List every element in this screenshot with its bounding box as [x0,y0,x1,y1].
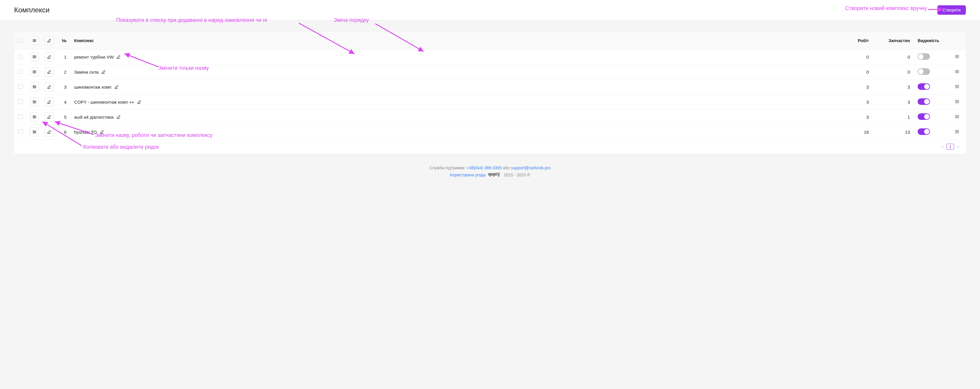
col-header-visibility: Видимість [913,32,948,49]
annotation-create-manual: Створити новий комплекс вручну [845,5,927,11]
row-name-text: шиномонтаж комп [74,84,111,89]
row-drag-handle[interactable] [955,84,959,89]
row-rename-button[interactable] [116,55,121,59]
page-prev[interactable]: < [940,144,945,150]
menu-icon [32,70,37,74]
pencil-icon [115,85,119,89]
row-rename-button[interactable] [102,70,106,74]
row-edit-button[interactable] [45,83,54,91]
drag-icon [955,129,959,134]
complexes-table: № Комплекс Робіт Запчастин Видимість 1 [14,32,966,140]
row-name-text: ремонт турбіни VW [74,54,114,59]
col-header-complex: Комплекс [71,32,830,49]
pencil-icon [47,100,51,104]
row-rename-button[interactable] [137,100,141,104]
row-works-count: 3 [830,80,872,94]
menu-icon [32,130,37,134]
svg-rect-7 [496,172,500,175]
drag-icon [955,114,959,119]
drag-icon [955,84,959,89]
row-works-count: 0 [830,64,872,80]
footer-or: або [503,166,511,170]
menu-icon [32,55,37,59]
row-parts-count: 3 [872,94,913,110]
row-drag-handle[interactable] [955,99,959,104]
footer-agreement-link[interactable]: Користувача угода [450,172,485,177]
row-menu-button[interactable] [30,128,39,136]
row-parts-count: 13 [872,124,913,140]
row-visibility-toggle[interactable] [918,53,930,60]
pencil-icon [102,70,106,74]
row-edit-button[interactable] [45,67,54,76]
footer-email-link[interactable]: support@carbook.pro [511,166,551,170]
row-drag-handle[interactable] [955,69,959,74]
complexes-table-card: № Комплекс Робіт Запчастин Видимість 1 [14,32,966,154]
pencil-icon [116,55,121,59]
row-menu-button[interactable] [30,83,39,91]
pagination: < 1 > [14,140,966,154]
row-visibility-toggle[interactable] [918,68,930,75]
row-works-count: 3 [830,94,872,110]
pencil-icon [47,38,51,43]
row-edit-button[interactable] [45,97,54,106]
svg-point-8 [490,175,491,177]
col-header-parts: Запчастин [872,32,913,49]
row-checkbox[interactable] [18,114,23,119]
select-all-checkbox[interactable] [18,38,23,43]
row-checkbox[interactable] [18,69,23,74]
table-row: 6 hyundai ТО 16 13 [14,124,966,140]
row-menu-button[interactable] [30,97,39,106]
pencil-icon [47,130,51,134]
row-rename-button[interactable] [116,115,121,119]
row-works-count: 16 [830,124,872,140]
menu-icon [32,100,37,104]
row-drag-handle[interactable] [955,114,959,119]
page-current[interactable]: 1 [947,144,954,150]
drag-icon [955,99,959,104]
row-visibility-toggle[interactable] [918,98,930,105]
row-menu-button[interactable] [30,113,39,121]
row-parts-count: 0 [872,49,913,64]
row-edit-button[interactable] [45,113,54,121]
footer-phone-link[interactable]: +38(044) 389-3355 [467,166,502,170]
page-next[interactable]: > [956,144,961,150]
row-edit-button[interactable] [45,53,54,61]
row-number: 5 [56,110,71,124]
header-menu-button[interactable] [30,36,39,45]
row-drag-handle[interactable] [955,129,959,134]
table-row: 5 audi a4 діагностика 3 1 [14,110,966,124]
menu-icon [32,85,37,89]
create-button[interactable]: Створити [937,5,966,15]
row-checkbox[interactable] [18,99,23,104]
menu-icon [32,115,37,119]
drag-icon [955,54,959,59]
row-visibility-toggle[interactable] [918,83,930,90]
row-parts-count: 1 [872,110,913,124]
truck-icon [488,172,502,178]
row-works-count: 3 [830,110,872,124]
row-number: 3 [56,80,71,94]
row-visibility-toggle[interactable] [918,128,930,135]
table-row: 2 Заміна скла 0 0 [14,64,966,80]
row-edit-button[interactable] [45,128,54,136]
row-menu-button[interactable] [30,67,39,76]
pencil-icon [100,130,104,134]
row-works-count: 0 [830,49,872,64]
row-rename-button[interactable] [115,85,119,89]
pencil-icon [47,70,51,74]
svg-point-10 [498,175,499,177]
pencil-icon [137,100,141,104]
col-header-works: Робіт [830,32,872,49]
svg-point-9 [493,175,495,177]
row-checkbox[interactable] [18,129,23,134]
row-checkbox[interactable] [18,54,23,59]
footer-years: 2015 - 2023 ® [504,172,530,177]
table-row: 4 COPY - шиномонтаж комп ++ 3 3 [14,94,966,110]
row-visibility-toggle[interactable] [918,113,930,120]
header-edit-button[interactable] [45,36,54,45]
pencil-icon [47,55,51,59]
row-menu-button[interactable] [30,53,39,61]
row-rename-button[interactable] [100,130,104,134]
row-checkbox[interactable] [18,84,23,89]
row-drag-handle[interactable] [955,54,959,59]
